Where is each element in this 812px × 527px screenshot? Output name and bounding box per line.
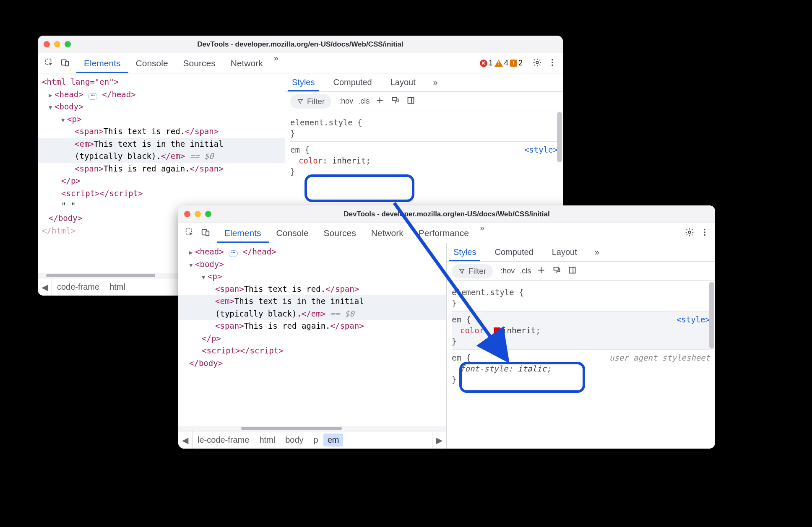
more-tabs-icon[interactable]: » [430,78,441,87]
svg-point-5 [552,62,553,63]
more-tabs-icon[interactable]: » [591,247,603,257]
close-icon[interactable] [44,41,50,47]
breadcrumb-prev-icon[interactable]: ◀ [178,431,193,449]
tab-console[interactable]: Console [128,53,176,73]
panel-toggle-icon[interactable] [403,96,419,106]
tag-body[interactable]: <body> [55,102,83,111]
svg-rect-7 [393,98,397,101]
status-counters: ✕1 4 !2 [476,59,527,67]
selected-marker: == $0 [325,309,354,318]
svg-point-3 [536,61,539,64]
cls-toggle[interactable]: .cls [356,97,372,106]
minimize-icon[interactable] [54,41,60,47]
breadcrumb-item[interactable]: html [254,435,280,445]
tag-head[interactable]: <head> [55,90,83,99]
color-swatch-icon[interactable] [494,327,500,334]
tag-em[interactable]: <em> [215,296,234,306]
hov-toggle[interactable]: :hov [336,97,356,106]
horizontal-scrollbar[interactable] [178,426,446,431]
css-property[interactable]: color [460,326,484,335]
error-count: 1 [489,59,493,67]
breadcrumb-next-icon[interactable]: ▶ [432,431,446,449]
dom-tree[interactable]: ▶<head> ⋯ </head> ▼<body> ▼<p> <span>Thi… [178,243,446,426]
breadcrumb-item[interactable]: html [104,282,130,292]
issue-icon[interactable]: ! [510,60,517,67]
vertical-scrollbar[interactable] [709,282,714,446]
tag-head[interactable]: <head> [195,247,224,256]
tab-computed[interactable]: Computed [490,243,537,261]
tag-p[interactable]: <p> [208,272,222,281]
breadcrumb-item[interactable]: body [280,435,308,445]
rule-origin[interactable]: <style> [524,145,558,154]
kebab-icon[interactable] [700,228,709,239]
inspect-icon[interactable] [44,58,54,69]
tab-network[interactable]: Network [364,223,411,243]
breadcrumb-item[interactable]: le-code-frame [193,435,254,445]
paint-icon[interactable] [388,96,403,106]
styles-rules[interactable]: element.style { } <style>em { color: inh… [447,281,715,449]
tab-computed[interactable]: Computed [329,73,376,91]
tab-network[interactable]: Network [223,53,271,73]
new-rule-icon[interactable] [534,266,549,276]
ellipsis-icon[interactable]: ⋯ [88,93,97,100]
cls-toggle[interactable]: .cls [517,267,534,275]
breadcrumb-prev-icon[interactable]: ◀ [38,278,52,296]
panel-tabs: Elements Console Sources Network Perform… [217,223,679,243]
warning-icon[interactable] [494,60,503,67]
filter-input[interactable]: Filter [452,264,493,278]
paint-icon[interactable] [549,266,565,276]
svg-point-13 [704,228,705,230]
tag-em[interactable]: <em> [75,139,94,148]
breadcrumb-item-selected[interactable]: em [323,434,344,447]
maximize-icon[interactable] [205,211,211,217]
kebab-icon[interactable] [548,58,557,69]
svg-point-4 [552,59,553,60]
tab-layout[interactable]: Layout [386,73,420,91]
maximize-icon[interactable] [65,41,71,47]
hov-toggle[interactable]: :hov [498,267,517,275]
titlebar: DevTools - developer.mozilla.org/en-US/d… [38,36,563,53]
breadcrumb-item[interactable]: code-frame [52,282,104,292]
tab-elements[interactable]: Elements [76,53,128,73]
inspect-icon[interactable] [185,228,194,239]
ellipsis-icon[interactable]: ⋯ [229,250,238,257]
traffic-lights [44,41,71,47]
rule-origin[interactable]: <style> [677,315,710,324]
tag-html[interactable]: <html lang="en"> [42,77,119,86]
main-toolbar: Elements Console Sources Network Perform… [178,223,715,243]
css-value[interactable]: inherit [332,156,366,165]
css-property[interactable]: color [299,156,323,165]
tag-script[interactable]: <script> [61,189,100,198]
tag-p[interactable]: <p> [67,114,81,124]
filter-input[interactable]: Filter [290,94,331,109]
close-icon[interactable] [184,211,190,217]
panel-toggle-icon[interactable] [565,266,580,276]
css-property: font-style [460,364,508,373]
tag-body[interactable]: <body> [195,260,224,269]
gear-icon[interactable] [533,58,542,69]
minimize-icon[interactable] [195,211,201,217]
tab-styles[interactable]: Styles [449,243,480,261]
window-title: DevTools - developer.mozilla.org/en-US/d… [178,210,715,218]
css-value[interactable]: inherit [502,326,536,335]
css-value: italic [518,364,547,373]
tab-sources[interactable]: Sources [176,53,223,73]
more-tabs-icon[interactable]: » [476,223,488,243]
svg-rect-2 [65,61,68,66]
breadcrumb-item[interactable]: p [309,435,323,445]
tab-styles[interactable]: Styles [288,73,319,91]
svg-point-12 [688,231,691,234]
device-toggle-icon[interactable] [60,58,70,69]
device-toggle-icon[interactable] [201,228,210,239]
tab-layout[interactable]: Layout [548,243,581,261]
gear-icon[interactable] [685,228,694,239]
main-toolbar: Elements Console Sources Network » ✕1 4 … [38,53,563,73]
tag-script[interactable]: <script> [202,346,240,355]
tab-performance[interactable]: Performance [411,223,476,243]
tab-sources[interactable]: Sources [316,223,364,243]
tab-elements[interactable]: Elements [217,223,269,243]
new-rule-icon[interactable] [372,96,388,106]
error-icon[interactable]: ✕ [480,60,487,67]
more-tabs-icon[interactable]: » [271,53,282,73]
tab-console[interactable]: Console [269,223,316,243]
